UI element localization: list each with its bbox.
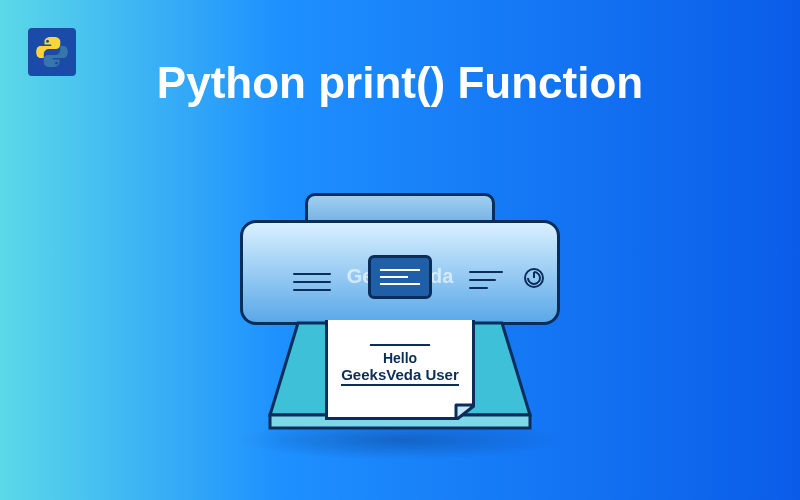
python-logo-icon (28, 28, 76, 76)
paper-content: Hello GeeksVeda User (335, 340, 465, 386)
vent-left-icon (293, 273, 331, 291)
paper-line-2: GeeksVeda User (341, 366, 459, 386)
vent-right-icon (469, 271, 507, 289)
paper-line-1: Hello (335, 350, 465, 366)
page-title: Python print() Function (157, 58, 643, 108)
power-icon (524, 268, 544, 288)
printer-illustration: GeeksVeda Hello GeeksVeda User (210, 190, 590, 470)
printer-screen (368, 255, 432, 299)
